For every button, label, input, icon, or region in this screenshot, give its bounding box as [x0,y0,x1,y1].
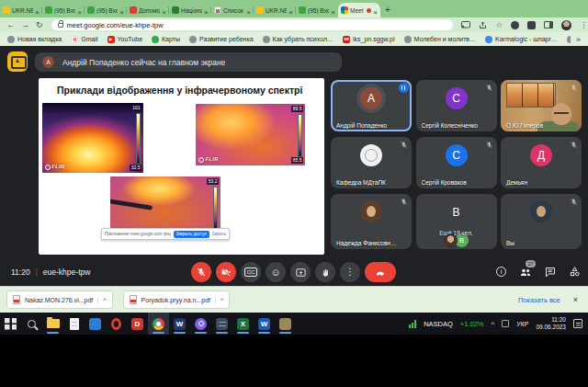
browser-tab[interactable]: (95) Вход… [85,3,127,17]
side-panel-icon[interactable] [544,21,553,28]
pdf-file-icon [130,295,137,304]
file-explorer-icon[interactable] [42,313,63,335]
bookmark-star-icon[interactable]: ☆ [495,21,503,29]
present-button[interactable] [290,262,311,282]
network-icon[interactable] [502,320,509,327]
browser-menu-icon[interactable]: ⋮ [580,21,588,29]
address-bar[interactable]: meet.google.com/eue-khpe-tpw [51,19,454,30]
participant-tile[interactable]: Д Демьян [501,137,582,188]
bookmark-item[interactable]: Новая вкладка [7,36,62,43]
download-menu-icon[interactable] [97,297,106,303]
bookmark-item[interactable]: Развитие ребенка [189,36,254,43]
bookmark-item[interactable]: Как убрать психол… [263,36,334,43]
camera-off-button[interactable] [216,262,236,282]
tab-close-icon[interactable] [288,2,293,18]
info-button[interactable]: i [496,267,506,277]
tab-close-icon[interactable] [204,2,209,18]
participant-name: Ещё 19 чел. [416,230,497,236]
calculator-icon[interactable] [211,313,232,335]
tab-close-icon[interactable] [77,2,82,18]
extensions-puzzle-icon[interactable] [527,21,536,29]
taskbar-clock[interactable]: 11:20 09.06.2023 [536,316,566,332]
reactions-button[interactable]: ☺ [266,262,286,282]
participant-tile[interactable]: Кафедра МДтаПК [331,137,412,188]
captions-button[interactable]: CC [241,262,261,282]
browser-tab[interactable]: (95) Вход… [296,3,338,17]
photos-app-icon[interactable] [85,313,106,335]
cc-icon: CC [244,267,257,277]
browser-tab-active[interactable]: Meet [338,3,380,17]
bookmarks-overflow-icon[interactable]: » [571,35,581,44]
participant-tile[interactable]: О.Ю.Гилеров [501,80,582,131]
browser-tab[interactable]: UKR.NET: [254,3,296,17]
participant-overflow-tile[interactable]: В В Ещё 19 чел. [416,194,497,249]
participant-tile[interactable]: Надежда Фанисовн… [331,194,412,249]
profile-avatar[interactable] [561,20,571,30]
blue-app-icon[interactable]: W [169,313,190,335]
share-icon[interactable] [479,21,487,29]
download-chip[interactable]: Nakaz.MON.276.vi...pdf [6,290,113,309]
download-chip[interactable]: Poryadok.pryy.na.n...pdf [123,290,231,309]
new-tab-button[interactable]: + [380,5,395,15]
cast-icon[interactable] [461,21,470,28]
language-indicator[interactable]: УКР [516,321,528,327]
viber-icon[interactable] [190,313,211,335]
search-button[interactable] [21,313,42,335]
participant-tile[interactable]: C Сергій Колесніченко [416,80,497,131]
download-menu-icon[interactable] [215,297,223,303]
tray-expand-icon[interactable]: ^ [491,320,494,328]
participant-tile[interactable]: C Сергій Кроваков [416,137,497,188]
tab-close-icon[interactable] [331,2,335,18]
ticker-label[interactable]: NASDAQ [424,320,453,328]
browser-tab[interactable]: W Список те… [211,3,254,17]
action-center-icon[interactable] [573,319,582,328]
browser-tab[interactable]: UKR.NET: [0,3,42,17]
tab-close-icon[interactable] [35,2,40,18]
meeting-panels: i 27 [496,266,581,278]
raise-hand-button[interactable] [315,262,335,282]
chat-button[interactable] [545,267,556,278]
participant-avatar: Д [530,144,552,166]
open-app-indicator [237,332,249,334]
bookmark-label: Как убрать психол… [273,36,334,42]
mic-off-button[interactable] [191,262,211,282]
bookmark-item[interactable]: Молебен и молитв… [404,36,477,43]
participant-tile-you[interactable]: Вы [501,194,582,249]
show-all-downloads-link[interactable]: Показать все [518,296,560,304]
document-app-icon[interactable] [63,313,85,335]
tab-title: Список те… [223,7,244,14]
tab-close-icon[interactable] [246,2,251,18]
start-button[interactable] [0,313,21,335]
d-app-icon[interactable]: D [127,313,148,335]
bookmark-item[interactable]: ▶ YouTube [107,36,143,43]
word-icon[interactable]: W [254,313,275,335]
participant-tile[interactable]: A Андрій Попаденко [331,80,412,131]
bookmark-item[interactable]: M Gmail [71,36,97,43]
browser-tab[interactable]: Національ… [169,3,211,17]
tab-close-icon[interactable] [373,2,378,18]
more-options-button[interactable]: ⋮ [340,262,360,282]
bookmark-item[interactable]: SR iks_pn.sggw.pl [343,36,395,43]
presenting-indicator-icon[interactable] [7,51,28,72]
chrome-icon[interactable] [148,313,169,335]
reload-icon[interactable]: ↻ [36,21,43,29]
bookmark-item[interactable]: Karmalogic - шпарг… [485,36,558,43]
extension-icon[interactable] [511,21,519,29]
tab-close-icon[interactable] [162,2,166,18]
misc-app-icon[interactable] [275,313,296,335]
temperature-max: 89.5 [291,106,303,112]
opera-icon[interactable] [106,313,127,335]
system-tray: NASDAQ +1.02% ^ УКР 11:20 09.06.2023 [409,316,588,332]
back-icon[interactable]: ← [6,21,15,29]
tab-close-icon[interactable] [119,2,124,18]
excel-icon[interactable]: X [232,313,254,335]
browser-tab[interactable]: Допомож… [127,3,169,17]
app-icon: D [131,318,143,330]
people-button[interactable]: 27 [519,267,532,278]
downloads-bar-close-icon[interactable]: × [573,295,578,304]
end-call-button[interactable] [365,262,396,282]
forward-icon[interactable]: → [21,21,29,29]
bookmark-item[interactable]: Карты [152,36,180,43]
activities-button[interactable] [569,266,581,278]
browser-tab[interactable]: (95) Вход… [42,3,85,17]
